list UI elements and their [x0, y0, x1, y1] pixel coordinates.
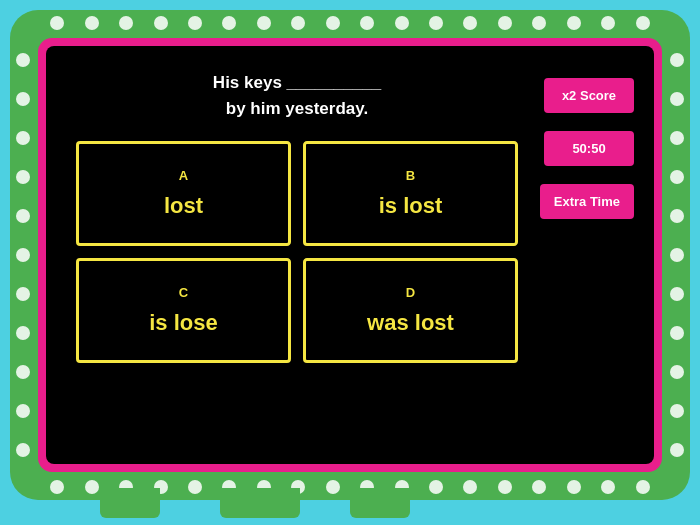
answer-b-text: is lost — [379, 193, 443, 219]
question-text: His keys __________ by him yesterday. — [76, 70, 518, 121]
answer-d-text: was lost — [367, 310, 454, 336]
dot — [16, 443, 30, 457]
dot — [16, 287, 30, 301]
sidebar: x2 Score 50:50 Extra Time — [534, 70, 634, 219]
dot — [85, 16, 99, 30]
connector-left — [100, 488, 160, 518]
dot — [636, 16, 650, 30]
dot — [16, 365, 30, 379]
dot — [50, 480, 64, 494]
dot — [188, 480, 202, 494]
dot — [395, 16, 409, 30]
answers-grid: A lost B is lost C is lose D was lost — [76, 141, 518, 363]
answer-d[interactable]: D was lost — [303, 258, 518, 363]
dot — [567, 480, 581, 494]
x2score-button[interactable]: x2 Score — [544, 78, 634, 113]
question-area: His keys __________ by him yesterday. A … — [76, 70, 518, 363]
dot — [567, 16, 581, 30]
dot — [532, 480, 546, 494]
dot — [50, 16, 64, 30]
dot — [16, 404, 30, 418]
connector-right — [350, 488, 410, 518]
dot — [16, 209, 30, 223]
dot — [670, 404, 684, 418]
dot — [601, 16, 615, 30]
dot — [119, 16, 133, 30]
extra-time-button[interactable]: Extra Time — [540, 184, 634, 219]
answer-b[interactable]: B is lost — [303, 141, 518, 246]
dot — [670, 170, 684, 184]
dot — [429, 16, 443, 30]
dot — [188, 16, 202, 30]
dot — [16, 92, 30, 106]
answer-a[interactable]: A lost — [76, 141, 291, 246]
dot — [636, 480, 650, 494]
answer-c-text: is lose — [149, 310, 217, 336]
screen: His keys __________ by him yesterday. A … — [46, 46, 654, 464]
dot — [532, 16, 546, 30]
answer-a-letter: A — [179, 168, 188, 183]
dot — [16, 248, 30, 262]
dot — [670, 365, 684, 379]
answer-c-letter: C — [179, 285, 188, 300]
dot — [670, 53, 684, 67]
question-line2: by him yesterday. — [226, 99, 368, 118]
dot — [670, 326, 684, 340]
dots-right — [670, 40, 684, 470]
outer-frame: His keys __________ by him yesterday. A … — [10, 10, 690, 500]
dot — [498, 16, 512, 30]
answer-d-letter: D — [406, 285, 415, 300]
question-line1: His keys __________ — [213, 73, 381, 92]
dot — [222, 16, 236, 30]
dots-top — [40, 16, 660, 30]
dot — [154, 16, 168, 30]
dot — [429, 480, 443, 494]
dot — [670, 248, 684, 262]
dot — [16, 326, 30, 340]
dot — [670, 209, 684, 223]
dot — [326, 16, 340, 30]
dot — [670, 131, 684, 145]
dot — [670, 287, 684, 301]
dot — [326, 480, 340, 494]
dots-left — [16, 40, 30, 470]
connector-center — [220, 488, 300, 518]
dot — [463, 480, 477, 494]
answer-c[interactable]: C is lose — [76, 258, 291, 363]
dot — [601, 480, 615, 494]
dot — [670, 92, 684, 106]
answer-a-text: lost — [164, 193, 203, 219]
dot — [463, 16, 477, 30]
dot — [16, 170, 30, 184]
dot — [498, 480, 512, 494]
dot — [670, 443, 684, 457]
dot — [85, 480, 99, 494]
dot — [291, 16, 305, 30]
dot — [16, 53, 30, 67]
dot — [257, 16, 271, 30]
dot — [360, 16, 374, 30]
inner-frame: His keys __________ by him yesterday. A … — [38, 38, 662, 472]
fifty-fifty-button[interactable]: 50:50 — [544, 131, 634, 166]
dot — [16, 131, 30, 145]
answer-b-letter: B — [406, 168, 415, 183]
